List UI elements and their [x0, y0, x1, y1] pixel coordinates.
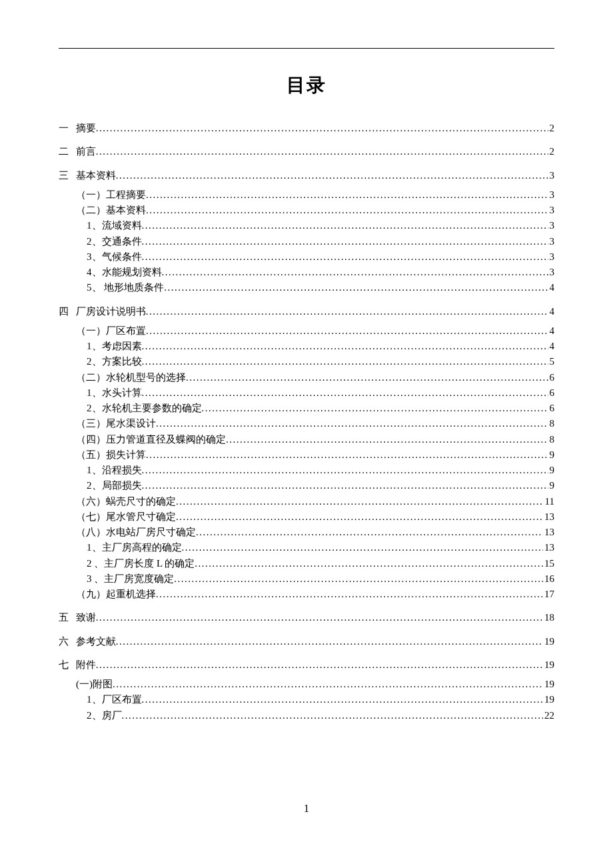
toc-entry-label: 3、气候条件: [87, 249, 142, 265]
toc-leader-dots: [116, 168, 548, 183]
toc-entry-page: 4: [548, 339, 555, 354]
toc-leader-dots: [142, 354, 548, 369]
toc-entry: 1、主厂房高程的确定13: [59, 540, 554, 555]
toc-entry-page: 9: [548, 463, 555, 478]
toc-entry-num: 六: [59, 634, 73, 649]
toc-entry: 2 、主厂房长度 L 的确定15: [59, 556, 554, 571]
toc-entry-label: （五）损失计算: [76, 447, 146, 463]
toc-entry: 2、交通条件3: [59, 234, 554, 249]
toc-entry: （一）厂区布置4: [59, 323, 554, 339]
toc-entry: （二）水轮机型号的选择6: [59, 370, 554, 385]
toc-entry: 2、方案比较5: [59, 354, 554, 369]
document-page: 目录 一 摘要2二 前言2三 基本资料3（一）工程摘要3（二）基本资料31、流域…: [0, 0, 613, 763]
toc-entry-page: 6: [548, 385, 555, 401]
toc-entry-page: 16: [543, 571, 554, 587]
toc-entry-label: （一）厂区布置: [76, 323, 146, 339]
toc-entry: 1、厂区布置19: [59, 692, 554, 707]
toc-entry-page: 13: [543, 525, 554, 540]
toc-leader-dots: [142, 249, 548, 265]
toc-entry-page: 13: [543, 540, 554, 555]
toc-entry-label: 1、沿程损失: [87, 463, 142, 478]
toc-leader-dots: [226, 432, 548, 447]
toc-leader-dots: [162, 265, 548, 280]
toc-entry: 六 参考文献19: [59, 634, 554, 649]
toc-entry-page: 18: [543, 610, 554, 625]
toc-leader-dots: [164, 280, 548, 295]
toc-leader-dots: [146, 187, 548, 203]
toc-leader-dots: [142, 385, 548, 401]
toc-entry-label: 2 、主厂房长度 L 的确定: [87, 556, 195, 571]
toc-leader-dots: [174, 571, 543, 587]
toc-leader-dots: [116, 634, 543, 649]
toc-entry: 2、房厂22: [59, 708, 554, 723]
toc-entry-label: （九）起重机选择: [76, 587, 156, 602]
toc-leader-dots: [156, 416, 548, 431]
toc-entry: 1、流域资料3: [59, 218, 554, 233]
toc-entry-label: 一 摘要: [59, 121, 96, 136]
toc-entry-page: 4: [548, 323, 555, 339]
toc-entry-page: 4: [548, 304, 555, 319]
toc-entry-page: 9: [548, 447, 555, 463]
toc-entry: 三 基本资料3: [59, 168, 554, 183]
toc-entry: (一)附图19: [59, 677, 554, 692]
toc-leader-dots: [142, 478, 548, 493]
toc-entry-num: 七: [59, 657, 73, 673]
toc-entry: 四 厂房设计说明书4: [59, 304, 554, 319]
toc-entry-page: 3: [548, 203, 555, 218]
toc-entry-page: 11: [544, 494, 554, 509]
toc-entry-page: 3: [548, 218, 555, 233]
toc-entry: 二 前言2: [59, 144, 554, 159]
toc-entry-label: 2、交通条件: [87, 234, 142, 249]
toc-title: 目录: [59, 73, 554, 98]
toc-entry-num: 三: [59, 168, 73, 183]
toc-entry: 3、气候条件3: [59, 249, 554, 265]
toc-entry-page: 3: [548, 187, 555, 203]
toc-entry-page: 3: [548, 234, 555, 249]
toc-leader-dots: [142, 463, 548, 478]
toc-entry-page: 19: [543, 657, 554, 673]
toc-entry-page: 4: [548, 280, 555, 295]
toc-leader-dots: [96, 144, 548, 159]
toc-entry-label: 1、主厂房高程的确定: [87, 540, 182, 555]
toc-entry: （八）水电站厂房尺寸确定13: [59, 525, 554, 540]
toc-entry-label: （二）水轮机型号的选择: [76, 370, 186, 385]
toc-leader-dots: [142, 234, 548, 249]
toc-leader-dots: [146, 304, 548, 319]
toc-entry-label: （四）压力管道直径及蝶阀的确定: [76, 432, 226, 447]
toc-entry-label: 2、局部损失: [87, 478, 142, 493]
toc-leader-dots: [122, 708, 544, 723]
toc-entry-label: 六 参考文献: [59, 634, 116, 649]
toc-entry-num: 二: [59, 144, 73, 159]
toc-entry: 七 附件19: [59, 657, 554, 673]
toc-leader-dots: [195, 556, 543, 571]
toc-entry-page: 2: [548, 121, 555, 136]
toc-entry-label: 1、厂区布置: [87, 692, 142, 707]
toc-entry: 3 、主厂房宽度确定16: [59, 571, 554, 587]
toc-entry-label: 三 基本资料: [59, 168, 116, 183]
toc-entry-label: 2、方案比较: [87, 354, 142, 369]
toc-leader-dots: [96, 121, 548, 136]
toc-entry-page: 22: [543, 708, 554, 723]
toc-entry-num: 五: [59, 610, 73, 625]
toc-entry: 1、沿程损失9: [59, 463, 554, 478]
toc-entry-label: （二）基本资料: [76, 203, 146, 218]
toc-entry: （一）工程摘要3: [59, 187, 554, 203]
toc-entry: 2、局部损失9: [59, 478, 554, 493]
toc-entry-page: 19: [543, 692, 554, 707]
toc-entry: 4、水能规划资料3: [59, 265, 554, 280]
toc-leader-dots: [176, 494, 544, 509]
toc-entry: （三）尾水渠设计8: [59, 416, 554, 431]
toc-entry: 1、考虑因素4: [59, 339, 554, 354]
toc-entry: （二）基本资料3: [59, 203, 554, 218]
toc-entry-label: （八）水电站厂房尺寸确定: [76, 525, 196, 540]
toc-entry-page: 8: [548, 416, 555, 431]
toc-entry-page: 5: [548, 354, 555, 369]
toc-entry: 五 致谢18: [59, 610, 554, 625]
toc-entry: （四）压力管道直径及蝶阀的确定8: [59, 432, 554, 447]
toc-leader-dots: [202, 401, 548, 416]
toc-entry-page: 6: [548, 401, 555, 416]
toc-entry: 1、水头计算6: [59, 385, 554, 401]
toc-entry-label: 二 前言: [59, 144, 96, 159]
toc-entry-label: （一）工程摘要: [76, 187, 146, 203]
toc-leader-dots: [96, 657, 543, 673]
